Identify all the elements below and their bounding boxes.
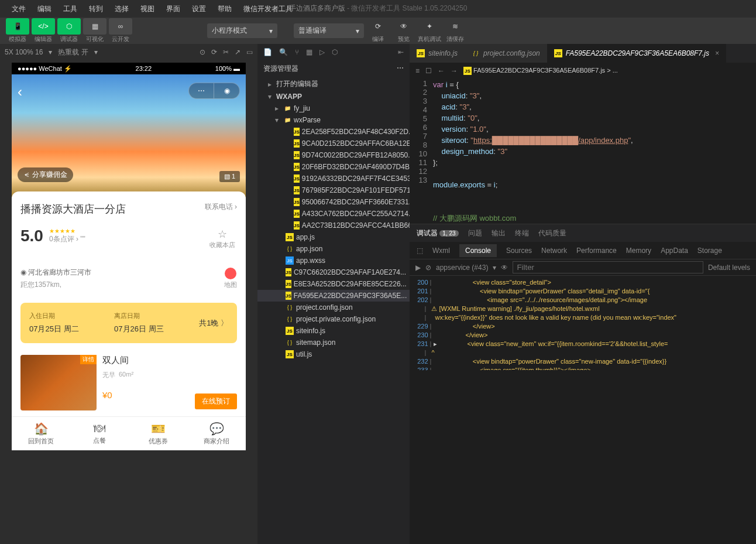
folder-item[interactable]: ▾📁 wxParse: [257, 114, 410, 126]
menu-help[interactable]: 帮助: [212, 4, 238, 14]
compile-button[interactable]: ⟳: [369, 18, 387, 35]
file-item[interactable]: JS 9CA0D2152BDC29AFFAC6BA12E...: [257, 138, 410, 149]
tab-food[interactable]: 🍽点餐: [70, 422, 129, 446]
file-item[interactable]: JS util.js: [257, 348, 410, 360]
tab-about[interactable]: 💬商家介绍: [187, 422, 246, 446]
preview-button[interactable]: 👁: [394, 18, 413, 35]
file-item[interactable]: JS FA595EA22BDC29AF9C3F36A5E...: [257, 290, 410, 302]
bookmark-icon[interactable]: ☐: [425, 67, 432, 75]
menu-select[interactable]: 选择: [109, 4, 135, 14]
file-item[interactable]: JS AA2C73B12BDC29AFCC4A1BB66...: [257, 220, 410, 231]
devtab-network[interactable]: Network: [541, 247, 567, 255]
menu-goto[interactable]: 转到: [83, 4, 109, 14]
context-select[interactable]: appservice (#43): [436, 264, 488, 272]
tab-config[interactable]: { }project.config.json: [465, 44, 547, 63]
room-item[interactable]: 详情 双人间 无早60m² ¥0 在线预订: [12, 349, 246, 416]
capsule-menu[interactable]: ⋯: [188, 83, 214, 99]
dbg-tab-output[interactable]: 输出: [492, 228, 506, 238]
file-item[interactable]: JS 767985F22BDC29AF101FEDF571...: [257, 184, 410, 196]
extension-icon[interactable]: ▦: [306, 48, 312, 56]
search-icon[interactable]: 🔍: [279, 48, 288, 56]
dbg-tab-problems[interactable]: 问题: [468, 228, 482, 238]
dbg-tab-quality[interactable]: 代码质量: [538, 228, 566, 238]
simulator-button[interactable]: 📱: [6, 18, 29, 35]
menu-settings[interactable]: 设置: [186, 4, 212, 14]
file-item[interactable]: JS app.wxss: [257, 255, 410, 266]
hot-reload[interactable]: 热重载 开: [58, 47, 88, 57]
devtab-appdata[interactable]: AppData: [661, 247, 688, 255]
more-icon[interactable]: ⋯: [397, 64, 404, 74]
dbg-tab-terminal[interactable]: 终端: [515, 228, 529, 238]
visual-button[interactable]: ▦: [83, 18, 106, 35]
file-item[interactable]: JS siteinfo.js: [257, 325, 410, 337]
play-icon[interactable]: ▶: [415, 264, 421, 272]
file-item[interactable]: JS C97C66202BDC29AFAF1A0E274...: [257, 266, 410, 278]
editor-button[interactable]: </>: [32, 18, 55, 35]
book-button[interactable]: 在线预订: [195, 394, 237, 409]
date-picker[interactable]: 入住日期 07月25日 周二 离店日期 07月26日 周三 共1晚 〉: [20, 303, 237, 343]
close-icon[interactable]: ×: [715, 49, 719, 57]
sim-action-icon[interactable]: ▭: [246, 48, 253, 56]
tab-home[interactable]: 🏠回到首页: [12, 422, 70, 446]
contact-phone[interactable]: 联系电话 ›: [205, 202, 237, 212]
file-item[interactable]: JS 9192A6332BDC29AFF7F4CE3453...: [257, 173, 410, 184]
file-item[interactable]: { } project.config.json: [257, 302, 410, 313]
file-item[interactable]: JS 950066742BDC29AFF3660E7331...: [257, 196, 410, 208]
reviews-link[interactable]: 0条点评 › "": [49, 234, 85, 244]
back-icon[interactable]: ‹: [18, 84, 22, 100]
back-icon[interactable]: ←: [438, 67, 445, 75]
mode-select[interactable]: 小程序模式▾: [207, 23, 277, 38]
file-item[interactable]: { } app.json: [257, 243, 410, 255]
levels-select[interactable]: Default levels: [708, 264, 750, 272]
favorite-button[interactable]: ☆收藏本店: [209, 228, 235, 249]
menu-edit[interactable]: 编辑: [32, 4, 57, 14]
share-button[interactable]: ⪪ 分享赚佣金: [18, 167, 73, 182]
ed-icon[interactable]: ≡: [415, 67, 420, 75]
file-item[interactable]: JS 2EA258F52BDC29AF48C430F2D...: [257, 126, 410, 138]
more-icon[interactable]: ⬡: [332, 48, 338, 56]
sim-action-icon[interactable]: ⟳: [211, 48, 217, 56]
sim-action-icon[interactable]: ✂: [223, 48, 229, 56]
sim-action-icon[interactable]: ⊙: [200, 48, 205, 56]
cloud-button[interactable]: ∞: [109, 18, 132, 35]
tab-coupon[interactable]: 🎫优惠券: [129, 422, 187, 446]
file-item[interactable]: JS 9D74C0022BDC29AFFB12A8050...: [257, 149, 410, 161]
git-icon[interactable]: ⑂: [295, 48, 299, 56]
zoom-level[interactable]: 5X 100% 16: [5, 48, 43, 56]
file-item[interactable]: JS app.js: [257, 231, 410, 243]
collapse-icon[interactable]: ⇤: [398, 48, 404, 56]
folder-item[interactable]: ▸📁 fy_jiu: [257, 102, 410, 114]
forward-icon[interactable]: →: [451, 67, 458, 75]
code-editor[interactable]: 12345678 10111213 var i = { uniacid: "3"…: [410, 79, 756, 224]
menu-file[interactable]: 文件: [6, 4, 32, 14]
capsule-close[interactable]: ◉: [214, 83, 240, 99]
devtab-storage[interactable]: Storage: [697, 247, 722, 255]
file-item[interactable]: { } sitemap.json: [257, 337, 410, 348]
tab-siteinfo[interactable]: JSsiteinfo.js: [410, 44, 465, 63]
file-item[interactable]: JS E8E3A6252BDC29AF8E85CE226...: [257, 278, 410, 290]
location-section[interactable]: ◉ 河北省廊坊市三河市 距您1357km, 地图: [12, 261, 246, 297]
map-button[interactable]: 地图: [224, 268, 237, 289]
debugger-button[interactable]: ⬡: [57, 18, 81, 35]
filter-input[interactable]: [513, 261, 703, 273]
image-count-badge[interactable]: ▧ 1: [219, 171, 240, 182]
clear-icon[interactable]: ⊘: [425, 264, 431, 272]
open-editors-section[interactable]: ▸打开的编辑器: [257, 77, 410, 91]
breadcrumb[interactable]: JS FA595EA22BDC29AF9C3F36A5EA6B08F7.js >…: [463, 67, 618, 76]
file-item[interactable]: { } project.private.config.json: [257, 313, 410, 325]
devtab-performance[interactable]: Performance: [576, 247, 617, 255]
compile-select[interactable]: 普通编译▾: [294, 23, 364, 38]
menu-tools[interactable]: 工具: [57, 4, 83, 14]
inspect-icon[interactable]: ⬚: [417, 247, 423, 255]
devtab-sources[interactable]: Sources: [506, 247, 532, 255]
devtab-memory[interactable]: Memory: [626, 247, 651, 255]
sim-action-icon[interactable]: ↗: [235, 48, 240, 56]
eye-icon[interactable]: 👁: [501, 264, 508, 272]
devtab-wxml[interactable]: Wxml: [432, 247, 450, 255]
clear-cache-button[interactable]: ≋: [446, 18, 465, 35]
file-item[interactable]: JS A433CA762BDC29AFC255A2714...: [257, 208, 410, 220]
devtab-console[interactable]: Console: [459, 244, 497, 257]
menu-interface[interactable]: 界面: [160, 4, 186, 14]
tab-active[interactable]: JSFA595EA22BDC29AF9C3F36A5EA6B08F7.js×: [547, 44, 726, 63]
file-item[interactable]: JS 20F6BFD32BDC29AF4690D7D4B...: [257, 161, 410, 173]
